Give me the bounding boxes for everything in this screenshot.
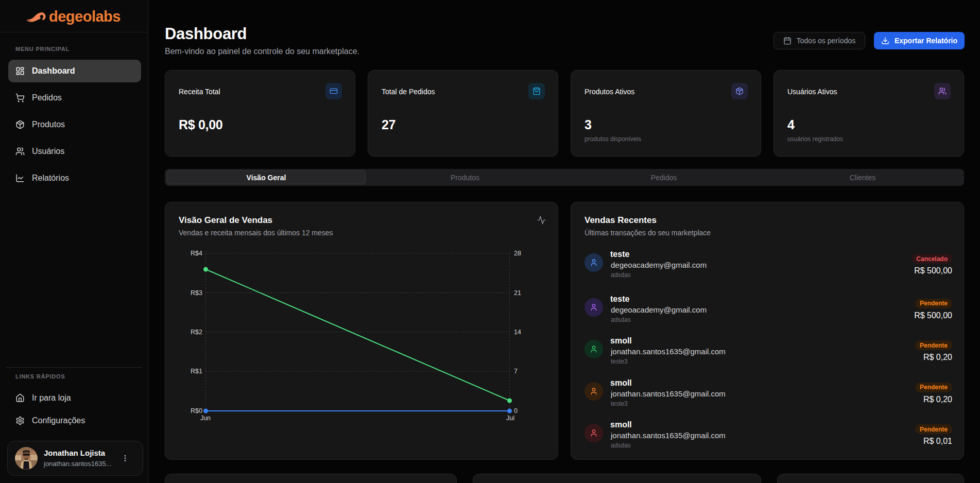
svg-text:R$1: R$1 <box>191 368 202 375</box>
svg-text:R$0: R$0 <box>191 407 202 415</box>
svg-text:R$3: R$3 <box>191 289 202 297</box>
svg-text:7: 7 <box>514 368 518 375</box>
svg-text:Jun: Jun <box>200 415 211 422</box>
svg-text:21: 21 <box>514 289 521 297</box>
svg-text:28: 28 <box>514 250 521 257</box>
svg-text:R$4: R$4 <box>191 250 202 257</box>
svg-text:14: 14 <box>514 329 521 336</box>
svg-text:Jul: Jul <box>506 415 514 422</box>
svg-text:0: 0 <box>514 407 518 415</box>
svg-text:R$2: R$2 <box>191 329 202 336</box>
